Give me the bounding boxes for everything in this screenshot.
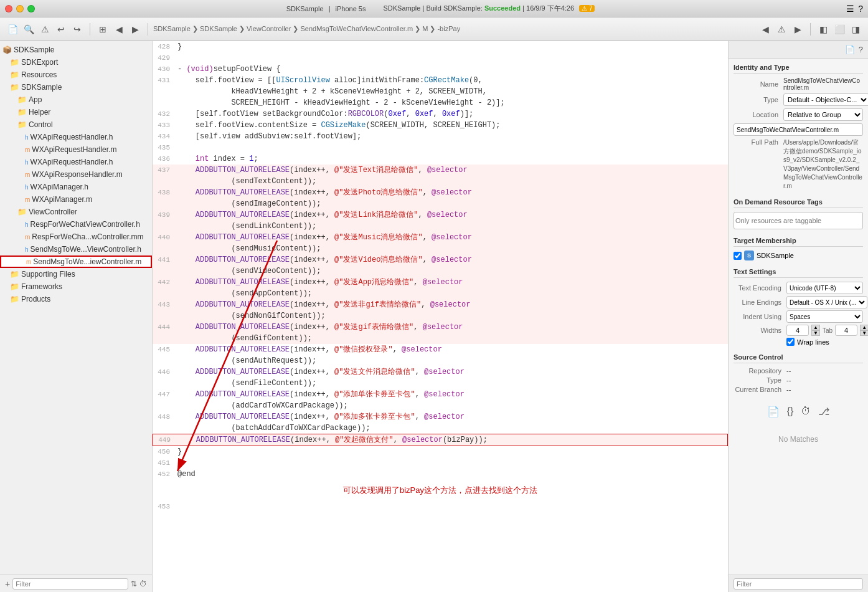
indent-width-stepper: ▲ ▼ — [860, 325, 868, 336]
type-select[interactable]: Default - Objective-C... — [783, 93, 868, 106]
toolbar-group-left: 📄 🔍 ⚠ ↩ ↪ — [5, 22, 85, 37]
undo-button[interactable]: ↩ — [54, 22, 68, 37]
sidebar-item-frameworks[interactable]: 📁 Frameworks — [0, 280, 152, 293]
full-path-value: /Users/apple/Downloads/官方微信demo/SDKSampl… — [783, 138, 863, 191]
sidebar-item-respforwechatviewcontroller-h[interactable]: h RespForWeChatViewController.h — [0, 218, 152, 231]
header-file-icon: h — [25, 159, 29, 166]
code-wrapper: 428 } 429 430 - (void)setupFootView { 43… — [153, 41, 728, 592]
sidebar-item-sendmsgtoviewcontroller-m[interactable]: m SendMsgToWe...iewController.m — [0, 255, 152, 268]
code-line-442a: 442 ADDBUTTON_AUTORELEASE(index++, @"发送A… — [153, 277, 728, 288]
sidebar-label: Resources — [21, 70, 57, 79]
branch-bottom-icon[interactable]: ⎇ — [818, 406, 829, 418]
forward-button[interactable]: ▶ — [128, 22, 143, 37]
code-line-438b: (sendImageContent)); — [153, 198, 728, 209]
indent-width-down[interactable]: ▼ — [860, 330, 868, 336]
location-label: Location — [734, 111, 783, 118]
sidebar-item-wxapirequesthandler-h1[interactable]: h WXApiRequestHandler.h — [0, 131, 152, 143]
panel-toggle-icon[interactable]: ☰ — [846, 4, 854, 14]
warning-nav-prev[interactable]: ◀ — [758, 22, 773, 37]
file-inspector-icon[interactable]: 📄 — [845, 45, 855, 54]
add-file-icon[interactable]: + — [5, 579, 10, 589]
header-file-icon: h — [25, 246, 29, 253]
tab-width-input[interactable] — [786, 325, 809, 336]
nav-path: SDKSample ❯ SDKSample ❯ ViewController ❯… — [153, 25, 460, 33]
back-button[interactable]: ◀ — [111, 22, 126, 37]
close-button[interactable] — [5, 5, 12, 12]
bottom-panel-toggle[interactable]: ⬜ — [832, 22, 847, 37]
sidebar-item-control[interactable]: 📁 Control — [0, 118, 152, 131]
sidebar-label: Helper — [29, 108, 50, 117]
indent-width-input[interactable] — [835, 325, 857, 336]
folder-icon: 📁 — [17, 120, 27, 129]
widths-inputs: ▲ ▼ Tab ▲ ▼ Indent — [786, 325, 868, 336]
sidebar-item-wxapirequesthandler-m1[interactable]: m WXApiRequestHandler.m — [0, 143, 152, 156]
tab-width-up[interactable]: ▲ — [811, 325, 820, 330]
location-select[interactable]: Relative to Group — [783, 108, 863, 121]
sidebar-item-sdkexport[interactable]: 📁 SDKExport — [0, 56, 152, 69]
quick-help-icon[interactable]: ? — [859, 45, 863, 54]
sidebar-item-sdksample[interactable]: 📁 SDKSample — [0, 81, 152, 93]
full-path-row: Full Path /Users/apple/Downloads/官方微信dem… — [734, 138, 863, 191]
tab-width-down[interactable]: ▼ — [811, 330, 820, 336]
recent-icon[interactable]: ⏱ — [139, 580, 147, 588]
sidebar-label: WXApiRequestHandler.h — [31, 133, 113, 141]
sidebar-item-viewcontroller[interactable]: 📁 ViewController — [0, 206, 152, 218]
indent-using-select[interactable]: Spaces — [786, 310, 863, 323]
wrap-lines-row: Wrap lines — [734, 338, 863, 346]
indent-width-up[interactable]: ▲ — [860, 325, 868, 330]
target-checkbox-input[interactable] — [734, 252, 742, 260]
help-icon[interactable]: ? — [858, 4, 863, 14]
sidebar-item-wxapimanager-h[interactable]: h WXApiManager.h — [0, 181, 152, 193]
target-checkbox-sdksample: S SDKSample — [734, 251, 863, 260]
folder-icon: 📁 — [10, 58, 19, 67]
left-panel-toggle[interactable]: ◧ — [816, 22, 831, 37]
redo-button[interactable]: ↪ — [70, 22, 85, 37]
sidebar-label: Control — [29, 120, 53, 129]
sidebar-item-resources[interactable]: 📁 Resources — [0, 69, 152, 81]
code-area[interactable]: 428 } 429 430 - (void)setupFootView { 43… — [153, 41, 728, 592]
right-panel-filter-input[interactable] — [734, 578, 863, 590]
right-panel-toggle[interactable]: ◨ — [848, 22, 863, 37]
minimize-button[interactable] — [16, 5, 24, 12]
wrap-lines-checkbox[interactable] — [786, 338, 795, 346]
text-encoding-select[interactable]: Unicode (UTF-8) — [786, 282, 863, 294]
sidebar-item-supporting-files[interactable]: 📁 Supporting Files — [0, 268, 152, 280]
type-label: Type — [734, 96, 783, 103]
code-bottom-icon[interactable]: {} — [787, 406, 794, 418]
sidebar-item-wxapimanager-m[interactable]: m WXApiManager.m — [0, 193, 152, 206]
tag-input[interactable] — [734, 212, 863, 229]
sidebar-label: WXApiRequestHandler.m — [32, 145, 116, 154]
sort-icon[interactable]: ⇅ — [131, 580, 137, 588]
sidebar-item-wxapirequesthandler-h2[interactable]: h WXApiRequestHandler.h — [0, 156, 152, 168]
warning-badge[interactable]: ⚠ 7 — [579, 5, 595, 12]
file-bottom-icon[interactable]: 📄 — [767, 406, 780, 418]
maximize-button[interactable] — [27, 5, 35, 12]
warning-nav-next[interactable]: ▶ — [790, 22, 805, 37]
view-toggle-button[interactable]: ⊞ — [95, 22, 110, 37]
sidebar-item-respforchamm[interactable]: m RespForWeCha...wController.mm — [0, 231, 152, 243]
sidebar-item-app[interactable]: 📁 App — [0, 93, 152, 106]
history-bottom-icon[interactable]: ⏱ — [801, 406, 811, 418]
code-line-435: 435 — [153, 142, 728, 153]
type-select-wrapper: Default - Objective-C... — [783, 93, 868, 106]
warning-button[interactable]: ⚠ — [37, 22, 52, 37]
find-button[interactable]: 🔍 — [21, 22, 36, 37]
warning-nav-icon[interactable]: ⚠ — [774, 22, 789, 37]
sidebar-item-sdksample-root[interactable]: 📦 SDKSample — [0, 44, 152, 56]
code-line-450: 450 } — [153, 446, 728, 457]
sidebar-label: SDKSample — [21, 83, 62, 92]
sidebar-label: SendMsgToWe...ViewController.h — [31, 245, 141, 254]
sidebar-filter-input[interactable] — [12, 578, 128, 590]
location-select-wrapper: Relative to Group — [783, 108, 863, 121]
location-value-input[interactable] — [734, 123, 863, 136]
device-name: iPhone 5s — [336, 5, 366, 12]
sidebar-item-helper[interactable]: 📁 Helper — [0, 106, 152, 118]
sidebar-item-wxapiresponsehandler-m[interactable]: m WXApiResponseHandler.m — [0, 168, 152, 181]
sidebar-item-products[interactable]: 📁 Products — [0, 293, 152, 305]
sidebar-item-sendmsgtoviewcontroller-h[interactable]: h SendMsgToWe...ViewController.h — [0, 243, 152, 255]
line-endings-select[interactable]: Default - OS X / Unix (... — [786, 296, 867, 308]
folder-icon: 📁 — [10, 270, 19, 279]
new-file-button[interactable]: 📄 — [5, 22, 20, 37]
indent-using-label: Indent Using — [734, 313, 786, 320]
indent-using-row: Indent Using Spaces — [734, 310, 863, 323]
